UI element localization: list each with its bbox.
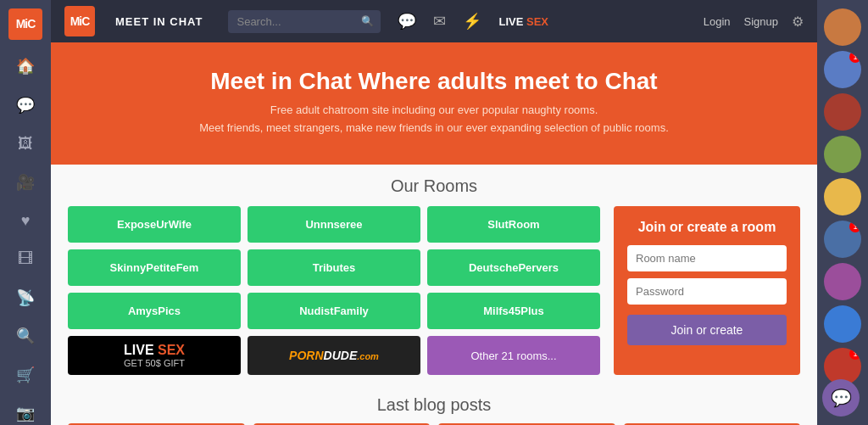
home-icon[interactable]: 🏠 xyxy=(13,55,38,78)
search-wrapper: 🔍 xyxy=(228,10,381,33)
room-btn-4[interactable]: Tributes xyxy=(248,249,420,286)
room-btn-3[interactable]: SkinnyPetiteFem xyxy=(68,249,241,286)
badge-1: 1 xyxy=(849,51,861,63)
envelope-icon[interactable]: ✉ xyxy=(433,12,446,31)
avatar-1[interactable]: 1 xyxy=(824,51,861,88)
avatar-0[interactable] xyxy=(824,8,861,46)
nav-logo: MiC xyxy=(64,6,95,36)
lightning-icon[interactable]: ⚡ xyxy=(463,12,481,31)
avatar-4[interactable] xyxy=(824,178,861,215)
hero-section: Meet in Chat Where adults meet to Chat F… xyxy=(51,42,817,165)
room-btn-2[interactable]: SlutRoom xyxy=(427,206,600,243)
settings-icon[interactable]: ⚙ xyxy=(792,14,804,30)
hero-title: Meet in Chat Where adults meet to Chat xyxy=(85,68,783,95)
nav-brand-title: MEET IN CHAT xyxy=(115,15,203,28)
room-btn-6[interactable]: AmysPics xyxy=(68,293,241,329)
rooms-layout: ExposeUrWife Unnnseree SlutRoom SkinnyPe… xyxy=(68,206,800,375)
rooms-grid: ExposeUrWife Unnnseree SlutRoom SkinnyPe… xyxy=(68,206,600,375)
search-input[interactable] xyxy=(228,10,381,33)
live-sex-ad-text: LIVE SEX xyxy=(124,343,185,358)
blog-section: Last blog posts New sexuality Online Por… xyxy=(51,387,817,425)
chat-fab-button[interactable]: 💬 xyxy=(822,379,860,417)
main-content: MiC MEET IN CHAT 🔍 💬 ✉ ⚡ LIVE SEX Login … xyxy=(51,0,817,425)
live-sex-ad[interactable]: LIVE SEX GET 50$ GIFT xyxy=(68,336,241,375)
top-nav: MiC MEET IN CHAT 🔍 💬 ✉ ⚡ LIVE SEX Login … xyxy=(51,0,817,42)
room-name-input[interactable] xyxy=(627,245,787,271)
badge-8: 1 xyxy=(849,348,861,360)
room-btn-7[interactable]: NudistFamily xyxy=(248,293,420,329)
speech-bubble-icon[interactable]: 💬 xyxy=(398,12,416,31)
login-link[interactable]: Login xyxy=(704,15,731,28)
room-btn-8[interactable]: Milfs45Plus xyxy=(427,293,600,329)
search-icon[interactable]: 🔍 xyxy=(13,325,38,348)
avatar-2[interactable] xyxy=(824,93,861,131)
room-btn-0[interactable]: ExposeUrWife xyxy=(68,206,241,243)
rooms-title: Our Rooms xyxy=(68,176,800,196)
heart-icon[interactable]: ♥ xyxy=(13,209,38,232)
porndude-text: PORNDUDE.com xyxy=(289,349,379,362)
room-btn-1[interactable]: Unnnseree xyxy=(248,206,420,243)
signup-link[interactable]: Signup xyxy=(744,15,778,28)
nav-right: Login Signup ⚙ xyxy=(704,14,804,30)
join-box: Join or create a room Join or create xyxy=(614,206,800,375)
hero-subtitle1: Free adult chatroom site including our e… xyxy=(85,103,783,116)
rooms-section: Our Rooms ExposeUrWife Unnnseree SlutRoo… xyxy=(51,165,817,387)
film-icon[interactable]: 🎞 xyxy=(13,248,38,271)
cart-icon[interactable]: 🛒 xyxy=(13,363,38,386)
chat-icon[interactable]: 💬 xyxy=(13,93,38,116)
live-label[interactable]: LIVE SEX xyxy=(498,15,548,28)
feed-icon[interactable]: 📡 xyxy=(13,286,38,309)
badge-5: 1 xyxy=(849,221,861,232)
avatar-6[interactable] xyxy=(824,263,861,300)
nav-icons: 💬 ✉ ⚡ LIVE SEX xyxy=(398,12,686,31)
password-input[interactable] xyxy=(627,278,787,305)
porndude-ad[interactable]: PORNDUDE.com xyxy=(248,336,420,375)
search-submit-icon[interactable]: 🔍 xyxy=(361,15,374,27)
right-sidebar: 1 1 1 💬 xyxy=(817,0,868,425)
left-sidebar: MiC 🏠 💬 🖼 🎥 ♥ 🎞 📡 🔍 🛒 📷 xyxy=(0,0,51,425)
camera-icon[interactable]: 📷 xyxy=(13,402,38,425)
join-title: Join or create a room xyxy=(627,220,787,235)
avatar-5[interactable]: 1 xyxy=(824,221,861,258)
avatar-7[interactable] xyxy=(824,305,861,343)
video-icon[interactable]: 🎥 xyxy=(13,171,38,193)
hero-subtitle2: Meet friends, meet strangers, make new f… xyxy=(85,121,783,134)
avatar-3[interactable] xyxy=(824,136,861,173)
blog-title: Last blog posts xyxy=(68,395,800,415)
join-create-button[interactable]: Join or create xyxy=(627,315,787,345)
other-rooms-button[interactable]: Other 21 rooms... xyxy=(427,336,600,375)
ad-gift-text: GET 50$ GIFT xyxy=(124,358,185,368)
room-btn-5[interactable]: DeutschePervers xyxy=(427,249,600,286)
image-icon[interactable]: 🖼 xyxy=(13,131,38,154)
logo: MiC xyxy=(8,8,42,40)
